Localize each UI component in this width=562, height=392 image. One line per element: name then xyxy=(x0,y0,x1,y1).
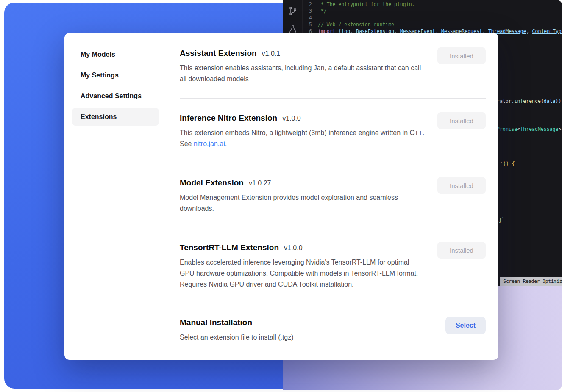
manual-installation-title: Manual Installation xyxy=(180,317,252,329)
code-area: 2 * The entrypoint for the plugin.3 */45… xyxy=(303,1,562,35)
extension-description: This extension enables assistants, inclu… xyxy=(180,63,425,85)
extension-version: v1.0.0 xyxy=(282,115,301,122)
source-control-icon[interactable] xyxy=(288,6,298,16)
extension-title: Inference Nitro Extension xyxy=(180,112,277,124)
installed-button[interactable]: Installed xyxy=(437,47,486,64)
extension-header: Manual Installation xyxy=(180,317,294,329)
code-fragment: Promise<ThreadMessage> xyxy=(497,126,561,133)
nitro-jan-ai-link[interactable]: nitro.jan.ai. xyxy=(194,140,227,147)
screen-reader-badge[interactable]: Screen Reader Optimize xyxy=(500,277,562,286)
extension-row-tensorrt: TensortRT-LLM Extension v1.0.0 Enables a… xyxy=(180,228,486,304)
extension-info: Manual Installation Select an extension … xyxy=(180,317,294,343)
desktop: 2 * The entrypoint for the plugin.3 */45… xyxy=(0,0,562,392)
sidebar-item-my-models[interactable]: My Models xyxy=(72,46,159,63)
select-file-button[interactable]: Select xyxy=(445,317,486,334)
extension-description: Enables accelerated inference leveraging… xyxy=(180,257,425,290)
installed-button[interactable]: Installed xyxy=(437,112,486,129)
extension-row-nitro: Inference Nitro Extension v1.0.0 This ex… xyxy=(180,98,486,163)
extension-header: Model Extension v1.0.27 xyxy=(180,177,425,189)
installed-button[interactable]: Installed xyxy=(437,177,486,194)
extension-row-model: Model Extension v1.0.27 Model Management… xyxy=(180,163,486,228)
sidebar-item-extensions[interactable]: Extensions xyxy=(72,108,159,126)
extension-title: Assistant Extension xyxy=(180,47,257,59)
extension-info: Model Extension v1.0.27 Model Management… xyxy=(180,177,425,214)
extension-title: Model Extension xyxy=(180,177,244,189)
settings-sidebar: My Models My Settings Advanced Settings … xyxy=(64,33,165,360)
extension-info: Assistant Extension v1.0.1 This extensio… xyxy=(180,47,425,85)
extension-version: v1.0.0 xyxy=(284,244,303,252)
extension-description: Model Management Extension provides mode… xyxy=(180,192,425,214)
sidebar-item-advanced-settings[interactable]: Advanced Settings xyxy=(72,87,159,105)
extension-header: Assistant Extension v1.0.1 xyxy=(180,47,425,59)
manual-installation-description: Select an extension file to install (.tg… xyxy=(180,332,294,343)
extension-title: TensortRT-LLM Extension xyxy=(180,242,279,254)
code-fragment: ')) { xyxy=(500,160,515,167)
extension-header: Inference Nitro Extension v1.0.0 xyxy=(180,112,425,124)
extension-version: v1.0.1 xyxy=(262,50,281,58)
extension-info: Inference Nitro Extension v1.0.0 This ex… xyxy=(180,112,425,149)
extension-info: TensortRT-LLM Extension v1.0.0 Enables a… xyxy=(180,242,425,290)
extensions-panel: Assistant Extension v1.0.1 This extensio… xyxy=(165,33,498,360)
sidebar-item-my-settings[interactable]: My Settings xyxy=(72,66,159,84)
extension-description: This extension embeds Nitro, a lightweig… xyxy=(180,127,425,149)
extension-version: v1.0.27 xyxy=(249,179,271,187)
extension-row-assistant: Assistant Extension v1.0.1 This extensio… xyxy=(180,33,486,98)
settings-modal: My Models My Settings Advanced Settings … xyxy=(64,33,498,360)
installed-button[interactable]: Installed xyxy=(437,242,486,259)
code-fragment: rator.inference(data)); xyxy=(497,98,562,105)
manual-installation-row: Manual Installation Select an extension … xyxy=(180,304,486,351)
extension-header: TensortRT-LLM Extension v1.0.0 xyxy=(180,242,425,254)
